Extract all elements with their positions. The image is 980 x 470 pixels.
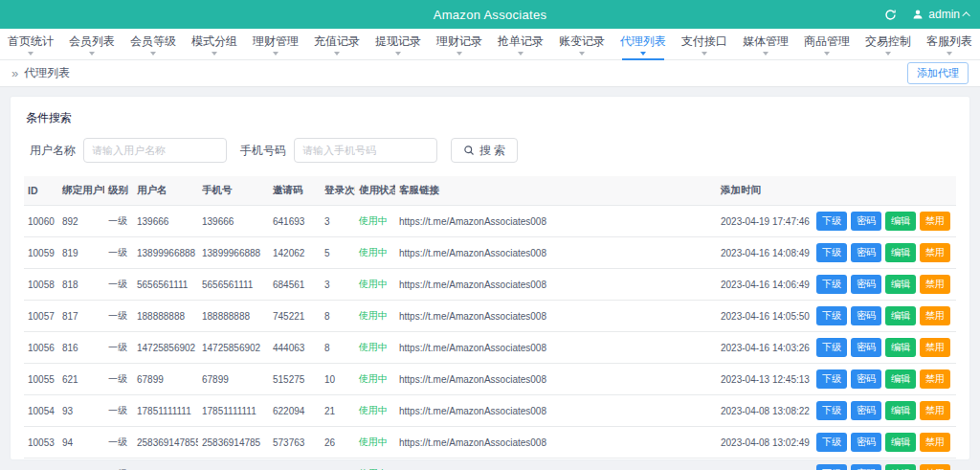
cell-status: 使用中 — [355, 427, 395, 459]
nav-item-会员列表[interactable]: 会员列表 — [61, 29, 122, 59]
edit-button[interactable]: 编辑 — [885, 369, 916, 389]
nav-item-label: 会员等级 — [130, 34, 176, 50]
search-form: 用户名称 手机号码 搜 索 — [24, 138, 956, 163]
sub-agents-button[interactable]: 下级 — [816, 338, 847, 357]
column-header: 登录次数 — [321, 176, 355, 206]
cell-actions: 下级密码编辑禁用 — [813, 364, 956, 395]
nav-item-交易控制[interactable]: 交易控制 — [858, 29, 919, 59]
sub-agents-button[interactable]: 下级 — [816, 369, 847, 389]
username-label: 用户名称 — [30, 143, 76, 159]
password-button[interactable]: 密码 — [851, 212, 881, 231]
edit-button[interactable]: 编辑 — [885, 275, 916, 294]
cell-username: 14725856902 — [133, 332, 198, 364]
app-title: Amazon Associates — [434, 8, 547, 22]
edit-button[interactable]: 编辑 — [885, 338, 916, 357]
nav-item-会员等级[interactable]: 会员等级 — [122, 29, 184, 59]
password-button[interactable]: 密码 — [851, 401, 881, 420]
nav-item-媒体管理[interactable]: 媒体管理 — [735, 29, 796, 59]
breadcrumb-arrow-icon: » — [11, 66, 18, 80]
disable-button[interactable]: 禁用 — [920, 275, 950, 294]
edit-button[interactable]: 编辑 — [885, 401, 916, 420]
cell-invite-code: 515275 — [269, 364, 321, 395]
chevron-down-icon — [273, 52, 278, 56]
disable-button[interactable]: 禁用 — [920, 306, 950, 325]
cell-login-count: 10 — [321, 364, 355, 395]
nav-item-提现记录[interactable]: 提现记录 — [368, 29, 429, 59]
cell-username: 147258369 — [133, 459, 198, 470]
nav-item-账变记录[interactable]: 账变记录 — [551, 29, 612, 59]
cell-invite-code: 684561 — [269, 269, 321, 301]
password-button[interactable]: 密码 — [851, 369, 881, 389]
sub-agents-button[interactable]: 下级 — [816, 433, 847, 452]
disable-button[interactable]: 禁用 — [920, 464, 950, 470]
password-button[interactable]: 密码 — [851, 275, 881, 294]
username-input[interactable] — [83, 138, 227, 163]
cell-phone: 147258369 — [198, 459, 269, 470]
nav-item-label: 抢单记录 — [498, 34, 544, 50]
cell-login-count: 8 — [321, 332, 355, 364]
add-agent-button[interactable]: 添加代理 — [907, 62, 969, 84]
content-area: 条件搜索 用户名称 手机号码 搜 索 ID绑定用户ID级别用户名手机号邀请码登录… — [0, 86, 980, 470]
nav-item-充值记录[interactable]: 充值记录 — [306, 29, 368, 59]
cell-login-count: 21 — [321, 395, 355, 427]
nav-item-抢单记录[interactable]: 抢单记录 — [490, 29, 551, 59]
cell-created-at: 2023-04-08 13:02:49 — [717, 427, 813, 459]
disable-button[interactable]: 禁用 — [920, 243, 950, 262]
sub-agents-button[interactable]: 下级 — [816, 243, 847, 262]
sub-agents-button[interactable]: 下级 — [816, 401, 847, 420]
refresh-button[interactable] — [884, 9, 897, 21]
password-button[interactable]: 密码 — [851, 243, 881, 262]
disable-button[interactable]: 禁用 — [920, 338, 950, 357]
cell-service-link: https://t.me/AmazonAssociates008 — [395, 269, 717, 301]
cell-phone: 139666 — [198, 206, 269, 237]
cell-login-count: 13 — [321, 459, 355, 470]
column-header: 使用状态 — [355, 176, 395, 206]
sub-agents-button[interactable]: 下级 — [816, 306, 847, 325]
disable-button[interactable]: 禁用 — [920, 212, 950, 231]
password-button[interactable]: 密码 — [851, 306, 881, 325]
password-button[interactable]: 密码 — [851, 433, 881, 452]
user-icon — [912, 9, 924, 20]
sub-agents-button[interactable]: 下级 — [816, 212, 847, 231]
nav-item-模式分组[interactable]: 模式分组 — [184, 29, 245, 59]
edit-button[interactable]: 编辑 — [885, 433, 916, 452]
cell-phone: 17851111111 — [198, 395, 269, 427]
disable-button[interactable]: 禁用 — [920, 433, 950, 452]
cell-level: 一级 — [104, 427, 133, 459]
phone-input[interactable] — [294, 138, 437, 163]
disable-button[interactable]: 禁用 — [920, 369, 950, 389]
nav-item-首页统计[interactable]: 首页统计 — [0, 29, 61, 59]
password-button[interactable]: 密码 — [851, 338, 881, 357]
cell-service-link: https://t.me/AmazonAssociates008 — [395, 332, 717, 364]
nav-item-label: 媒体管理 — [743, 34, 789, 50]
nav-item-支付接口[interactable]: 支付接口 — [674, 29, 735, 59]
cell-actions: 下级密码编辑禁用 — [813, 206, 956, 237]
cell-status: 使用中 — [355, 269, 395, 301]
edit-button[interactable]: 编辑 — [885, 243, 916, 262]
cell-phone: 67899 — [198, 364, 269, 395]
cell-status: 使用中 — [355, 237, 395, 269]
disable-button[interactable]: 禁用 — [920, 401, 950, 420]
user-menu[interactable]: admin — [912, 8, 970, 21]
cell-created-at: 2023-04-16 14:06:49 — [717, 269, 813, 301]
search-button[interactable]: 搜 索 — [451, 138, 518, 163]
cell-invite-code: 444063 — [269, 332, 321, 364]
nav-item-label: 代理列表 — [620, 34, 666, 50]
edit-button[interactable]: 编辑 — [885, 212, 916, 231]
cell-created-at: 2023-04-16 14:05:50 — [717, 301, 813, 332]
cell-username: 17851111111 — [133, 395, 198, 427]
sub-agents-button[interactable]: 下级 — [816, 464, 847, 470]
chevron-down-icon — [885, 52, 891, 56]
topbar-actions: admin — [884, 0, 970, 29]
nav-item-代理列表[interactable]: 代理列表 — [612, 29, 674, 59]
nav-item-客服列表[interactable]: 客服列表 — [919, 29, 980, 59]
edit-button[interactable]: 编辑 — [885, 306, 916, 325]
nav-item-商品管理[interactable]: 商品管理 — [796, 29, 858, 59]
cell-phone: 25836914785 — [198, 427, 269, 459]
edit-button[interactable]: 编辑 — [885, 464, 916, 470]
nav-item-理财管理[interactable]: 理财管理 — [245, 29, 306, 59]
nav-item-理财记录[interactable]: 理财记录 — [429, 29, 490, 59]
sub-agents-button[interactable]: 下级 — [816, 275, 847, 294]
password-button[interactable]: 密码 — [851, 464, 881, 470]
cell-actions: 下级密码编辑禁用 — [813, 332, 956, 364]
